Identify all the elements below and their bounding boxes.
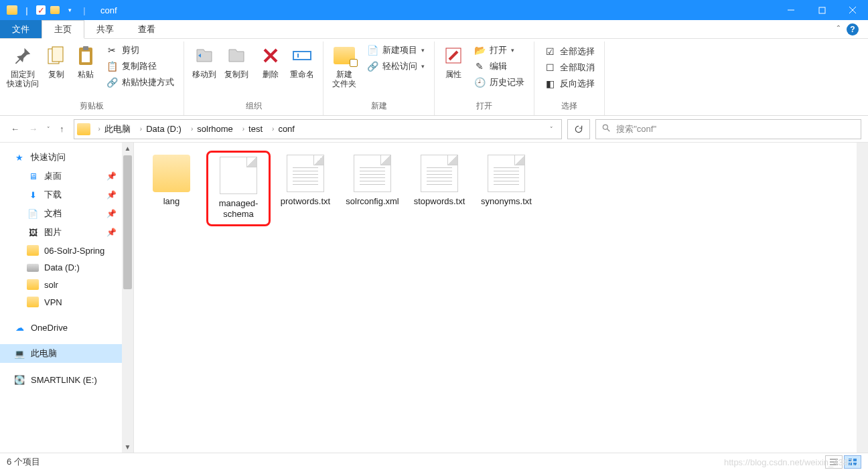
svg-rect-7 [82,52,90,62]
content-pane[interactable]: lang managed-schema protwords.txt solrco… [134,143,868,453]
breadcrumb-segment[interactable]: ›solrhome [187,124,237,134]
icons-view-button[interactable] [844,455,861,469]
copy-path-icon: 📋 [106,60,118,72]
addressbar-folder-icon [77,123,90,135]
qat-customize-icon[interactable]: ▾ [64,5,75,15]
documents-icon: 📄 [27,208,39,219]
cut-button[interactable]: ✂剪切 [103,43,177,58]
properties-button[interactable]: 属性 [439,42,468,82]
delete-button[interactable]: 删除 [256,42,285,82]
up-button[interactable]: ↑ [60,124,64,134]
svg-rect-21 [849,463,852,465]
maximize-button[interactable] [806,0,837,20]
sidebar-smartlink[interactable]: 💽SMARTLINK (E:) [0,371,122,388]
invert-select-button[interactable]: ◧反向选择 [541,76,597,91]
search-box[interactable] [595,119,861,139]
sidebar-item-folder[interactable]: solr [0,276,122,293]
help-icon[interactable]: ? [847,23,859,35]
pin-icon: 📌 [106,228,117,237]
paste-button[interactable]: 粘贴 [71,42,100,82]
edit-button[interactable]: ✎编辑 [471,59,527,74]
breadcrumb-segment[interactable]: ›conf [268,124,299,134]
svg-point-14 [603,125,608,129]
status-bar: 6 个项目 [0,453,868,470]
sidebar-item-desktop[interactable]: 🖥桌面📌 [0,167,122,185]
paste-icon [74,44,97,67]
copy-button[interactable]: 复制 [42,42,71,82]
history-button[interactable]: 🕘历史记录 [471,75,527,90]
textfile-icon [421,155,458,192]
ribbon-group-new: 新建 文件夹 📄新建项目 ▾ 🔗轻松访问 ▾ 新建 [323,42,435,115]
pictures-icon: 🖼 [27,227,39,238]
tab-share[interactable]: 共享 [84,20,126,38]
pin-icon: 📌 [106,209,117,218]
sidebar-quick-access[interactable]: ★ 快速访问 [0,148,122,167]
copy-path-button[interactable]: 📋复制路径 [103,59,177,74]
scroll-down-icon[interactable]: ▼ [122,441,133,453]
svg-rect-20 [853,459,857,461]
select-all-button[interactable]: ☑全部选择 [541,44,597,59]
tab-file[interactable]: 文件 [0,20,42,38]
address-bar[interactable]: ›此电脑 ›Data (D:) ›solrhome ›test ›conf ˅ [74,119,563,139]
breadcrumb-segment[interactable]: ›此电脑 [94,123,135,135]
minimize-button[interactable] [776,0,806,20]
pin-quick-access-button[interactable]: 固定到 快速访问 [4,42,42,92]
scissors-icon: ✂ [106,44,118,56]
svg-rect-11 [293,52,311,60]
qat-separator: | [21,5,32,15]
file-item-managed-schema[interactable]: managed-schema [206,151,271,226]
disk-icon [27,264,39,272]
tab-home[interactable]: 主页 [42,20,84,39]
view-toggles [825,455,861,469]
qat-newfolder-icon[interactable] [50,5,60,15]
search-input[interactable] [616,124,855,134]
close-button[interactable] [837,0,868,20]
breadcrumb-segment[interactable]: ›Data (D:) [136,124,186,134]
new-item-button[interactable]: 📄新建项目 ▾ [364,43,427,58]
new-folder-button[interactable]: 新建 文件夹 [328,42,361,92]
file-item-protwords[interactable]: protwords.txt [273,151,338,211]
sidebar-scrollbar[interactable]: ▲ ▼ [122,143,133,453]
deselect-button[interactable]: ☐全部取消 [541,60,597,75]
back-button[interactable]: ← [11,124,19,134]
sidebar-this-pc[interactable]: 💻此电脑 [0,344,122,363]
ribbon-group-organize: 移动到 复制到 删除 重命名 组织 [184,42,323,115]
sidebar-item-folder[interactable]: 06-SolrJ-Spring [0,242,122,259]
content-scrollbar[interactable] [857,143,868,453]
navigation-row: ← → ˅ ↑ ›此电脑 ›Data (D:) ›solrhome ›test … [0,116,868,143]
sidebar-item-documents[interactable]: 📄文档📌 [0,204,122,223]
details-view-button[interactable] [825,455,843,469]
file-item-solrconfig[interactable]: solrconfig.xml [340,151,405,211]
delete-icon [259,44,282,67]
file-item-synonyms[interactable]: synonyms.txt [474,151,538,211]
open-button[interactable]: 📂打开 ▾ [471,43,527,58]
recent-locations-button[interactable]: ˅ [47,126,50,133]
easy-access-button[interactable]: 🔗轻松访问 ▾ [364,59,427,74]
scroll-up-icon[interactable]: ▲ [122,143,133,154]
sidebar-item-pictures[interactable]: 🖼图片📌 [0,223,122,242]
sidebar-item-downloads[interactable]: ⬇下载📌 [0,185,122,204]
pin-icon: 📌 [106,190,117,200]
refresh-button[interactable] [567,119,590,139]
move-to-button[interactable]: 移动到 [188,42,220,82]
sidebar-item-folder[interactable]: VPN [0,293,122,311]
addressbar-dropdown-icon[interactable]: ˅ [545,126,559,133]
paste-shortcut-button[interactable]: 🔗粘贴快捷方式 [103,75,177,90]
invert-icon: ◧ [544,78,556,90]
rename-button[interactable]: 重命名 [285,42,319,82]
ribbon-collapse-icon[interactable]: ˆ [837,24,840,34]
qat-properties-icon[interactable]: ✓ [36,5,46,15]
tab-view[interactable]: 查看 [126,20,167,38]
svg-rect-12 [297,54,299,58]
copy-to-button[interactable]: 复制到 [220,42,252,82]
breadcrumb-segment[interactable]: ›test [238,124,267,134]
easy-access-icon: 🔗 [366,60,378,72]
sidebar-item-disk[interactable]: Data (D:) [0,259,122,276]
scrollbar-thumb[interactable] [123,155,132,289]
deselect-icon: ☐ [544,62,556,74]
sidebar-onedrive[interactable]: ☁OneDrive [0,319,122,336]
forward-button[interactable]: → [29,124,38,134]
file-item-folder[interactable]: lang [139,151,204,211]
file-item-stopwords[interactable]: stopwords.txt [407,151,472,211]
svg-rect-1 [819,7,825,13]
